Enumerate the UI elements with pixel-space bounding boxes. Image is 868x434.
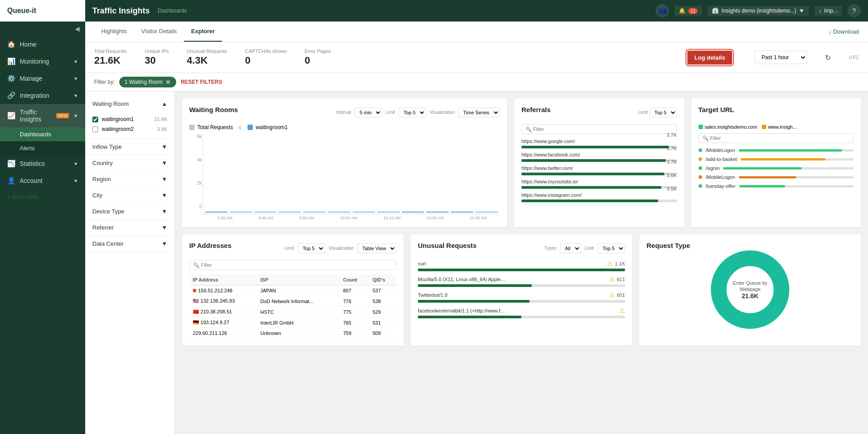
- filter-section-data-center: Data Center ▼: [85, 236, 174, 252]
- help-button[interactable]: ?: [847, 4, 861, 17]
- card-header: Target URL: [699, 106, 854, 119]
- sidebar-sub-item-alerts[interactable]: Alerts: [0, 141, 85, 155]
- limit-select[interactable]: Top 5: [399, 108, 426, 117]
- filter-section-header[interactable]: Country ▼: [85, 155, 174, 171]
- filter-section-header[interactable]: Referrer ▼: [85, 220, 174, 235]
- sidebar-item-manage[interactable]: ⚙️ Manage ▼: [0, 70, 85, 87]
- stat-label: Total Requests: [94, 48, 127, 54]
- ip-filter-input[interactable]: [189, 260, 396, 270]
- tab-explorer[interactable]: Explorer: [184, 22, 222, 42]
- filter-section-label: City: [92, 192, 102, 199]
- sidebar-item-label: Home: [20, 41, 36, 48]
- referrals-limit-select[interactable]: Top 5: [650, 108, 677, 117]
- ip-address: 210.38.208.51: [200, 309, 232, 314]
- filter-section-label: Referrer: [92, 224, 114, 231]
- filter-checkbox-wr2[interactable]: [92, 126, 98, 132]
- filter-section-header[interactable]: Inflow Type ▼: [85, 139, 174, 155]
- visualization-select[interactable]: Time Series: [458, 108, 500, 117]
- breadcrumb: Dashboards: [158, 8, 187, 14]
- chevron-down-icon: ▼: [161, 143, 167, 150]
- target-url-filter-input[interactable]: [699, 133, 854, 143]
- filter-checkbox-wr1[interactable]: [92, 117, 98, 122]
- bar-group: [278, 212, 301, 213]
- traffic-insights-icon: 📈: [7, 112, 15, 120]
- card-header: Referrals Limit Top 5: [521, 106, 677, 119]
- refresh-button[interactable]: ↻: [825, 53, 831, 62]
- isp: JAPAN: [257, 286, 339, 296]
- legend-total: Total Requests ⊙: [189, 124, 242, 130]
- types-select[interactable]: All: [560, 243, 581, 253]
- limit-select[interactable]: Top 5: [598, 243, 625, 253]
- filter-section-header[interactable]: City ▼: [85, 187, 174, 203]
- donut-value: 21.6K: [728, 292, 773, 299]
- tab-visitor-details[interactable]: Visitor Details: [134, 22, 184, 42]
- qids: 531: [369, 317, 396, 328]
- sidebar-item-label: Manage: [20, 75, 43, 82]
- sidebar-item-label: Monitoring: [20, 58, 49, 65]
- download-button[interactable]: ↓ Download: [829, 28, 859, 35]
- stat-value: 0: [245, 55, 286, 66]
- bar: [328, 212, 351, 213]
- sidebar-item-label: Statistics: [20, 160, 45, 167]
- tab-highlights[interactable]: Highlights: [94, 22, 134, 42]
- target-url-item: /signin: [699, 165, 854, 171]
- chevron-down-icon: ▼: [74, 161, 78, 166]
- page-title: Traffic Insights: [92, 6, 150, 16]
- import-button[interactable]: ↓ Imp...: [814, 6, 842, 16]
- target-dot: [699, 184, 702, 188]
- active-filter-chip[interactable]: 1 Waiting Room ✕: [119, 77, 176, 87]
- filter-section-header[interactable]: Waiting Room ▲: [85, 96, 174, 112]
- referral-url: https://www.instagram.com/: [521, 192, 582, 198]
- sidebar-item-traffic-insights[interactable]: 📈 Traffic Insights NEW ▼: [0, 104, 85, 127]
- sidebar-item-home[interactable]: 🏠 Home: [0, 36, 85, 53]
- filter-section-label: Region: [92, 176, 111, 182]
- donut-chart: Enter Queue by Webpage 21.6K: [647, 249, 854, 330]
- reset-filters-button[interactable]: RESET FILTERS: [181, 79, 222, 85]
- ip-address: 132.136.245.93: [200, 298, 234, 304]
- chevron-down-icon: ▼: [74, 76, 78, 81]
- sidebar-item-label: Traffic Insights: [20, 108, 50, 123]
- account-icon: 👤: [7, 177, 15, 185]
- sidebar-sub-item-dashboards[interactable]: Dashboards: [0, 127, 85, 141]
- target-dot: [699, 148, 702, 152]
- filter-bar: Filter by: 1 Waiting Room ✕ RESET FILTER…: [85, 73, 868, 91]
- sidebar-item-integration[interactable]: 🔗 Integration ▼: [0, 87, 85, 104]
- toggle-icon[interactable]: ⊙: [238, 125, 242, 130]
- target-dot: [699, 175, 702, 179]
- sidebar-collapse-btn[interactable]: ◀: [75, 25, 80, 32]
- unusual-label: Mozilla/5.0 (X11; Linux x86_64) AppleWeb…: [418, 277, 508, 282]
- sidebar-item-statistics[interactable]: 📉 Statistics ▼: [0, 155, 85, 172]
- utc-label: UTC: [849, 55, 859, 60]
- filter-item-wr1[interactable]: waitingroom1 21.6K: [92, 114, 167, 124]
- stat-value: 4.3K: [187, 55, 227, 66]
- filter-section-header[interactable]: Data Center ▼: [85, 236, 174, 252]
- log-details-button[interactable]: Log details: [687, 51, 733, 65]
- sidebar-item-monitoring[interactable]: 📊 Monitoring ▼: [0, 53, 85, 70]
- stat-value: 30: [145, 55, 169, 66]
- ip-limit-select[interactable]: Top 5: [298, 243, 325, 253]
- limit-label: Limit: [638, 110, 647, 115]
- filter-section-header[interactable]: Region ▼: [85, 171, 174, 187]
- target-url-text: /tuesday-offer: [706, 183, 736, 189]
- filter-section-header[interactable]: Device Type ▼: [85, 204, 174, 219]
- stat-value: 0: [304, 55, 331, 66]
- col-qids: QID's: [369, 274, 396, 286]
- unusual-item: Twitterbot/1.0 ⚠ 601: [418, 291, 625, 303]
- bar-group: [352, 212, 375, 213]
- sidebar-item-account[interactable]: 👤 Account ▼: [0, 172, 85, 189]
- target-url-card: Target URL sales.insightsdemo.com www.in…: [691, 99, 861, 227]
- ip-visualization-select[interactable]: Table View Top: [357, 243, 396, 253]
- notification-button[interactable]: 🔔 11: [674, 6, 702, 16]
- stat-captchas: CAPTCHAs shown 0: [245, 48, 286, 66]
- time-range-select[interactable]: Past 1 hour Past 6 hours Past 24 hours P…: [755, 51, 807, 64]
- unusual-label: facebookexternalbit/1.1 (+http://www.fac…: [418, 308, 508, 313]
- user-label: Insights demo (insightsdemo...): [721, 8, 796, 14]
- remove-filter-icon[interactable]: ✕: [165, 78, 171, 86]
- interval-select[interactable]: 5 min: [355, 108, 382, 117]
- legend-label: www.insigh...: [768, 124, 797, 130]
- eu-icon-button[interactable]: 🇪🇺: [655, 4, 669, 17]
- filter-item-wr2[interactable]: waitingroom2 3.9K: [92, 124, 167, 134]
- referrals-filter-input[interactable]: [521, 124, 677, 134]
- show-more-link[interactable]: + show more: [0, 189, 85, 204]
- user-account-button[interactable]: 👔 Insights demo (insightsdemo...) ▼: [707, 6, 809, 16]
